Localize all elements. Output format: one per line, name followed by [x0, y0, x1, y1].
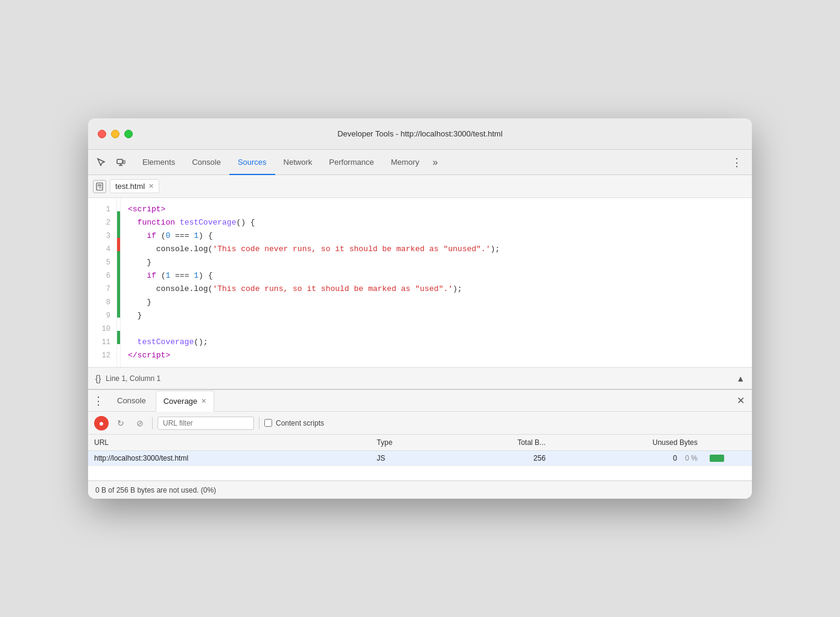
separator-1	[152, 417, 153, 429]
cov-1	[117, 198, 120, 211]
main-toolbar: Elements Console Sources Network Perform…	[88, 150, 752, 175]
line-num-11: 11	[88, 336, 116, 349]
device-icon[interactable]	[112, 154, 129, 171]
separator-2	[259, 417, 259, 429]
cov-8	[117, 291, 120, 304]
table-header-row: URL Type Total B... Unused Bytes	[88, 435, 752, 451]
tab-elements[interactable]: Elements	[134, 150, 183, 175]
reload-button[interactable]: ↻	[113, 416, 128, 430]
cell-type: JS	[371, 451, 444, 466]
cov-9	[117, 304, 120, 318]
bottom-tab-console[interactable]: Console	[110, 390, 153, 411]
record-button[interactable]: ●	[94, 416, 109, 430]
col-bar	[704, 435, 752, 451]
file-tab-close[interactable]: ✕	[148, 183, 154, 190]
bottom-tabs-bar: ⋮ Console Coverage ✕ ✕	[88, 390, 752, 412]
line-num-1: 1	[88, 203, 116, 216]
table-row[interactable]: http://localhost:3000/test.html JS 256 0…	[88, 451, 752, 466]
line-num-6: 6	[88, 269, 116, 283]
tab-console[interactable]: Console	[183, 150, 229, 175]
bottom-tab-coverage[interactable]: Coverage ✕	[156, 391, 214, 412]
cov-2	[117, 211, 120, 225]
url-filter-input[interactable]	[158, 417, 254, 430]
cov-11	[117, 331, 120, 344]
cell-url: http://localhost:3000/test.html	[88, 451, 371, 466]
tab-performance[interactable]: Performance	[320, 150, 382, 175]
tab-memory[interactable]: Memory	[383, 150, 428, 175]
line-num-3: 3	[88, 229, 116, 243]
bottom-tab-more-icon[interactable]: ⋮	[93, 394, 104, 408]
file-tab[interactable]: test.html ✕	[110, 179, 159, 193]
file-tab-label: test.html	[115, 182, 145, 191]
line-num-12: 12	[88, 349, 116, 362]
clear-button[interactable]: ⊘	[133, 416, 147, 430]
cov-7	[117, 278, 120, 291]
cell-unused-bytes: 0 0 %	[552, 451, 704, 466]
cov-12	[117, 344, 120, 357]
cell-bar	[704, 451, 752, 466]
content-scripts-label: Content scripts	[276, 419, 324, 427]
scroll-top-button[interactable]: ▲	[736, 374, 745, 383]
coverage-table-container: URL Type Total B... Unused Bytes http://…	[88, 435, 752, 481]
svg-rect-4	[97, 183, 103, 190]
coverage-toolbar: ● ↻ ⊘ Content scripts	[88, 412, 752, 435]
tab-sources[interactable]: Sources	[229, 150, 275, 175]
coverage-tab-close[interactable]: ✕	[201, 397, 206, 405]
line-num-2: 2	[88, 216, 116, 229]
inspect-icon[interactable]	[93, 154, 110, 171]
code-content[interactable]: <script> function testCoverage() { if (0…	[121, 198, 752, 367]
status-bar: {} Line 1, Column 1 ▲	[88, 367, 752, 389]
line-num-7: 7	[88, 283, 116, 296]
line-num-10: 10	[88, 322, 116, 336]
tab-network[interactable]: Network	[275, 150, 321, 175]
coverage-summary: 0 B of 256 B bytes are not used. (0%)	[95, 486, 216, 494]
format-button[interactable]: {}	[95, 374, 101, 383]
devtools-window: Developer Tools - http://localhost:3000/…	[88, 118, 752, 499]
cov-10	[117, 318, 120, 331]
title-bar: Developer Tools - http://localhost:3000/…	[88, 118, 752, 150]
coverage-bar	[710, 455, 724, 462]
bottom-panel: ⋮ Console Coverage ✕ ✕ ● ↻ ⊘ Content scr…	[88, 389, 752, 499]
window-title: Developer Tools - http://localhost:3000/…	[337, 129, 503, 138]
line-num-8: 8	[88, 296, 116, 309]
toolbar-menu-button[interactable]: ⋮	[727, 153, 747, 171]
col-type[interactable]: Type	[371, 435, 444, 451]
sources-toolbar: test.html ✕	[88, 175, 752, 198]
fullscreen-button[interactable]	[124, 130, 133, 138]
code-editor: 1 2 3 4 5 6 7 8 9 10 11 12 <scr	[88, 198, 752, 367]
cov-5	[117, 251, 120, 264]
svg-rect-1	[123, 161, 125, 164]
line-num-9: 9	[88, 309, 116, 322]
page-icon[interactable]	[93, 180, 106, 193]
col-unused-bytes[interactable]: Unused Bytes	[552, 435, 704, 451]
close-button[interactable]	[98, 130, 106, 138]
content-scripts-checkbox[interactable]	[264, 419, 272, 427]
svg-rect-0	[117, 159, 122, 164]
minimize-button[interactable]	[111, 130, 119, 138]
bottom-panel-close[interactable]: ✕	[734, 392, 747, 409]
cov-3	[117, 225, 120, 238]
content-scripts-checkbox-wrapper: Content scripts	[264, 419, 324, 427]
coverage-footer: 0 B of 256 B bytes are not used. (0%)	[88, 481, 752, 499]
toolbar-icons	[93, 154, 129, 171]
col-total-bytes[interactable]: Total B...	[445, 435, 552, 451]
line-numbers: 1 2 3 4 5 6 7 8 9 10 11 12	[88, 198, 117, 367]
traffic-lights	[98, 130, 133, 138]
cov-4	[117, 238, 120, 251]
line-num-4: 4	[88, 243, 116, 256]
col-url[interactable]: URL	[88, 435, 371, 451]
table-row-empty	[88, 466, 752, 481]
coverage-table: URL Type Total B... Unused Bytes http://…	[88, 435, 752, 481]
cov-6	[117, 264, 120, 278]
cell-total-bytes: 256	[445, 451, 552, 466]
tab-list: Elements Console Sources Network Perform…	[134, 150, 443, 174]
cursor-position: Line 1, Column 1	[106, 374, 731, 383]
tab-more[interactable]: »	[428, 150, 443, 174]
line-num-5: 5	[88, 256, 116, 269]
